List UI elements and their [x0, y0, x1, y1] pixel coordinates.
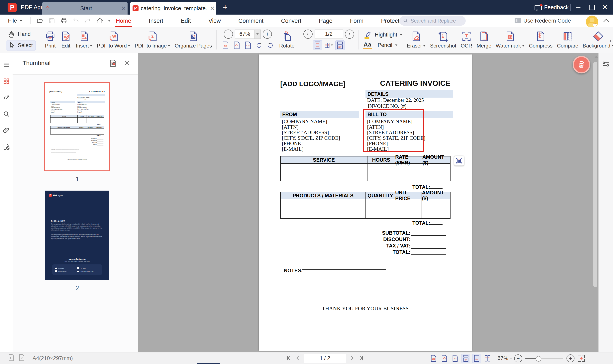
- fullscreen-icon[interactable]: [578, 355, 585, 362]
- edit-button[interactable]: Edit: [60, 31, 71, 49]
- zoom-level-value[interactable]: 67%: [235, 30, 254, 39]
- statusbar-continuous-view-icon[interactable]: [461, 354, 470, 363]
- menu-page[interactable]: Page: [318, 17, 333, 25]
- rotate-right-icon[interactable]: [266, 40, 275, 50]
- close-button[interactable]: ✕: [599, 0, 610, 14]
- quickbar-caret-icon[interactable]: [108, 20, 111, 22]
- continuous-scroll-view-icon[interactable]: [335, 40, 345, 50]
- ocr-button[interactable]: OCR: [461, 31, 472, 49]
- avatar[interactable]: [586, 15, 598, 28]
- background-button[interactable]: Background: [583, 31, 613, 49]
- attachment-panel-icon[interactable]: [2, 126, 10, 134]
- home-icon[interactable]: [96, 17, 104, 24]
- pdf-to-image-button[interactable]: PDF to Image: [135, 31, 170, 49]
- insert-button[interactable]: Insert: [76, 31, 92, 49]
- watermark-button[interactable]: Watermark: [496, 31, 524, 49]
- search-input[interactable]: [410, 18, 457, 24]
- tab-document-close-icon[interactable]: ✕: [209, 5, 216, 12]
- zoom-in-icon[interactable]: +: [263, 29, 272, 39]
- screenshot-button[interactable]: Screenshot: [430, 31, 456, 49]
- maximize-button[interactable]: [587, 0, 598, 14]
- panel-menu-icon[interactable]: [2, 61, 10, 69]
- statusbar-single-page-icon[interactable]: [472, 354, 481, 363]
- compress-button[interactable]: Compress: [529, 31, 552, 49]
- prev-page-icon[interactable]: [303, 29, 313, 39]
- statusbar-zoom-in-icon[interactable]: +: [566, 354, 574, 362]
- undo-icon[interactable]: [72, 17, 79, 24]
- organize-pages-button[interactable]: Organize Pages: [175, 31, 212, 49]
- next-page-icon-status[interactable]: [349, 355, 355, 362]
- scrollbar-up-arrow[interactable]: [594, 56, 598, 58]
- minimize-button[interactable]: [573, 0, 584, 14]
- tab-start-close-icon[interactable]: ✕: [119, 5, 128, 12]
- zoom-slider[interactable]: [525, 358, 563, 359]
- page-2-thumbnail[interactable]: P PDF Agile DISCLAIMER The templates and…: [45, 191, 109, 280]
- file-menu[interactable]: File: [8, 14, 22, 27]
- page-2-number[interactable]: 2: [44, 284, 110, 292]
- statusbar-fit-width-icon[interactable]: [451, 354, 459, 363]
- previous-view-icon[interactable]: [8, 354, 15, 363]
- font-style-icon[interactable]: Aa: [363, 41, 371, 49]
- compare-button[interactable]: Compare: [557, 31, 578, 49]
- page-number-control[interactable]: 1/2: [314, 29, 343, 39]
- view-settings-icon[interactable]: [602, 60, 610, 68]
- thumbnail-grid-icon[interactable]: [108, 58, 118, 68]
- pdf-page-1[interactable]: [ADD LOGO/IMAGE] CATERING INVOICE DETAIL…: [259, 54, 472, 351]
- statusbar-actual-size-icon[interactable]: 1:1: [429, 354, 438, 363]
- highlight-button[interactable]: Hightlight: [363, 30, 403, 39]
- menu-insert[interactable]: Insert: [148, 17, 164, 25]
- zoom-dropdown[interactable]: [254, 30, 261, 39]
- tab-start[interactable]: Start ✕: [42, 2, 128, 14]
- statusbar-zoom-value[interactable]: 67%: [497, 355, 508, 361]
- tab-document[interactable]: P catering_invoice_template.... ✕: [130, 2, 216, 14]
- last-page-icon[interactable]: [358, 355, 365, 362]
- redo-icon[interactable]: [84, 17, 91, 24]
- single-page-view-icon[interactable]: [313, 40, 322, 50]
- field-recognition-button[interactable]: [454, 156, 464, 166]
- menu-view[interactable]: View: [208, 17, 221, 25]
- rotate-pages-button[interactable]: Rotate: [279, 31, 295, 49]
- zoom-slider-knob[interactable]: [536, 356, 541, 362]
- save-icon[interactable]: [48, 17, 55, 24]
- rotate-left-icon[interactable]: [255, 40, 264, 50]
- search-panel-icon[interactable]: [2, 110, 10, 118]
- two-page-view-icon[interactable]: [324, 40, 333, 50]
- search-bar[interactable]: [399, 16, 466, 26]
- print-button[interactable]: Print: [45, 31, 56, 49]
- print-icon[interactable]: [60, 17, 67, 24]
- eraser-button[interactable]: Eraser: [407, 31, 426, 49]
- fit-page-icon[interactable]: [232, 40, 241, 50]
- page-1-thumbnail[interactable]: [ADD LOGO/IMAGE] CATERING INVOICE DETAIL…: [44, 82, 110, 171]
- menu-home[interactable]: Home: [115, 17, 131, 25]
- statusbar-zoom-caret-icon[interactable]: [510, 358, 512, 359]
- thumbnail-panel-icon[interactable]: [2, 77, 10, 85]
- hand-tool-button[interactable]: Hand: [6, 29, 36, 39]
- vertical-scrollbar[interactable]: [593, 62, 597, 287]
- next-page-icon[interactable]: [345, 29, 354, 39]
- menu-form[interactable]: Form: [350, 17, 364, 25]
- fit-width-icon[interactable]: [243, 40, 252, 50]
- document-canvas[interactable]: [ADD LOGO/IMAGE] CATERING INVOICE DETAIL…: [138, 53, 599, 352]
- zoom-out-icon[interactable]: −: [224, 29, 233, 39]
- thumbnail-panel-close-icon[interactable]: ✕: [122, 58, 132, 68]
- statusbar-page-indicator[interactable]: 1 / 2: [304, 354, 346, 363]
- page-1-number[interactable]: 1: [44, 176, 110, 183]
- new-tab-button[interactable]: +: [221, 4, 229, 12]
- history-panel-icon[interactable]: [2, 143, 10, 151]
- actual-size-icon[interactable]: 1:1: [221, 40, 230, 50]
- merge-button[interactable]: Merge: [477, 31, 491, 49]
- collapse-toolbar-button[interactable]: [603, 17, 609, 24]
- statusbar-two-page-icon[interactable]: [483, 354, 492, 363]
- statusbar-zoom-out-icon[interactable]: −: [514, 354, 522, 362]
- pdf-to-word-button[interactable]: W PDF to Word: [97, 31, 130, 49]
- pencil-button[interactable]: Pencil: [378, 42, 392, 48]
- feedback-button[interactable]: Feedback: [535, 0, 569, 14]
- annotation-list-icon[interactable]: [2, 94, 10, 102]
- open-file-icon[interactable]: [36, 17, 43, 24]
- menu-comment[interactable]: Comment: [238, 17, 264, 25]
- next-view-icon[interactable]: [18, 354, 25, 363]
- menu-edit[interactable]: Edit: [181, 17, 191, 25]
- statusbar-fit-page-icon[interactable]: [440, 354, 449, 363]
- menu-convert[interactable]: Convert: [281, 17, 302, 25]
- first-page-icon[interactable]: [286, 355, 291, 362]
